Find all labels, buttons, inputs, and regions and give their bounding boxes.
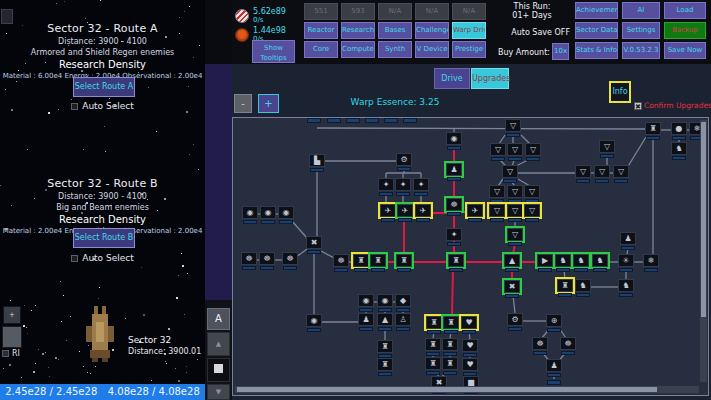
tree-node[interactable]: ♞ [671,142,687,160]
tree-node[interactable]: ▽ [505,119,521,137]
tree-node[interactable]: ♥ [461,316,477,334]
route-a-auto-select[interactable]: Auto Select [0,101,205,111]
tree-node[interactable]: ♟ [620,232,636,250]
tree-node[interactable]: ☸ [532,337,548,355]
tab-v-device[interactable]: V Device [415,41,449,58]
tab-computer[interactable]: Computer [341,41,375,58]
viewport-blank-button[interactable] [2,326,22,348]
tree-node[interactable]: ♜ [443,316,459,334]
tree-node[interactable]: ✈ [415,204,431,222]
tree-node[interactable]: ◉ [377,294,393,312]
tree-node[interactable]: ♥ [462,358,478,376]
tree-node[interactable]: ✦ [395,178,411,196]
tab-warp-drive[interactable]: Warp Drive [452,22,486,39]
sector-data-button[interactable]: Sector Data [575,22,618,39]
tree-node[interactable]: ♜ [370,254,386,272]
tree-node-stub[interactable] [365,118,379,123]
tree-node[interactable]: ▽ [490,143,506,161]
tab-core[interactable]: Core [304,41,338,58]
tree-node[interactable]: ✈ [467,204,483,222]
stats-info-button[interactable]: Stats & Info [575,42,618,59]
tree-node[interactable]: ♜ [442,338,458,356]
achievement-button[interactable]: Achievement [575,2,618,19]
tree-node[interactable]: ▽ [507,143,523,161]
select-route-b-button[interactable]: Select Route B [73,228,135,248]
tree-node[interactable]: ▽ [507,185,523,203]
tree-node[interactable]: ☸ [560,337,576,355]
select-route-a-button[interactable]: Select Route A [73,77,135,97]
tree-node-stub[interactable] [547,380,561,385]
tree-node[interactable]: ● [671,122,687,140]
tree-node[interactable]: ▶ [537,254,553,272]
tree-node[interactable]: ☸ [333,254,349,272]
tree-node[interactable]: ▽ [507,228,523,246]
tree-node[interactable]: ◉ [260,206,276,224]
zoom-in-button[interactable]: + [258,94,279,113]
tree-node[interactable]: ♜ [645,122,661,140]
tree-node[interactable]: ▽ [594,165,610,183]
tree-node[interactable]: ☸ [446,198,462,216]
settings-button[interactable]: Settings [622,22,660,39]
tab-reactor[interactable]: Reactor [304,22,338,39]
zoom-out-button[interactable]: - [234,94,252,113]
scrollbar-thumb[interactable] [214,364,223,373]
tree-node[interactable]: ⊕ [546,314,562,332]
tree-node[interactable]: ◉ [306,314,322,332]
tab-synth[interactable]: Synth [378,41,412,58]
tree-node[interactable]: ◆ [395,294,411,312]
tab-bases[interactable]: Bases [378,22,412,39]
ai-button[interactable]: AI [622,2,660,19]
tree-node[interactable]: ◉ [358,294,374,312]
tab-prestige[interactable]: Prestige [452,41,486,58]
confirm-upgrades-checkbox[interactable]: ✖ [634,102,642,110]
tree-node[interactable]: ▽ [524,185,540,203]
tree-node[interactable]: ♞ [575,279,591,297]
load-button[interactable]: Load [664,2,706,19]
tree-node[interactable]: ♥ [462,339,478,357]
tree-node[interactable]: ♜ [557,279,573,297]
ri-toggle[interactable]: RI [2,349,20,358]
tree-node[interactable]: ▽ [489,204,505,222]
tree-node[interactable]: ♟ [446,163,462,181]
tree-node-stub[interactable] [403,118,417,123]
tree-node[interactable]: ♞ [618,279,634,297]
tree-node[interactable]: ▽ [599,140,615,158]
tree-node[interactable]: ♜ [426,316,442,334]
confirm-upgrades-toggle[interactable]: ✖Confirm Upgrades [634,101,711,110]
tree-node[interactable]: ▙ [309,154,325,172]
show-tooltips-button[interactable]: ShowTooltips [252,40,295,63]
tree-node[interactable]: ♙ [395,313,411,331]
info-button[interactable]: Info [609,81,631,103]
tree-node[interactable]: ♜ [448,254,464,272]
tab-research[interactable]: Research [341,22,375,39]
tree-node[interactable]: ♜ [353,254,369,272]
tree-node-stub[interactable] [346,118,360,123]
a-button[interactable]: A [207,308,230,330]
backup-button[interactable]: Backup [664,22,706,39]
tree-node[interactable]: ♜ [425,357,441,375]
tree-vscroll-thumb[interactable] [701,122,706,317]
tree-node[interactable]: ✦ [446,228,462,246]
route-b-auto-select[interactable]: Auto Select [0,253,205,263]
upgrades-tab[interactable]: Upgrades [471,68,509,89]
tree-node[interactable]: ◉ [242,206,258,224]
tree-node[interactable]: ⚙ [507,313,523,331]
tree-hscroll-thumb[interactable] [237,387,657,392]
tree-node[interactable]: ✖ [306,236,322,254]
tree-node[interactable]: ♜ [377,340,393,358]
tree-node[interactable]: ♜ [396,254,412,272]
tree-node[interactable]: ▽ [524,204,540,222]
tree-node[interactable]: ❄ [643,254,659,272]
tree-node[interactable]: ☸ [259,252,275,270]
tree-node[interactable]: ✈ [397,204,413,222]
tree-node[interactable]: ♞ [592,254,608,272]
tree-node-stub[interactable] [327,118,341,123]
tree-node[interactable]: ▽ [507,204,523,222]
tree-node[interactable]: ▽ [525,143,541,161]
tree-node-stub[interactable] [307,118,321,123]
v-0-53-2-3-button[interactable]: V.0.53.2.3 [622,42,660,59]
tree-node[interactable]: ♜ [442,357,458,375]
tree-node[interactable]: ▽ [489,185,505,203]
save-now-button[interactable]: Save Now [664,42,706,59]
route-a-auto-select-checkbox[interactable] [71,103,78,110]
